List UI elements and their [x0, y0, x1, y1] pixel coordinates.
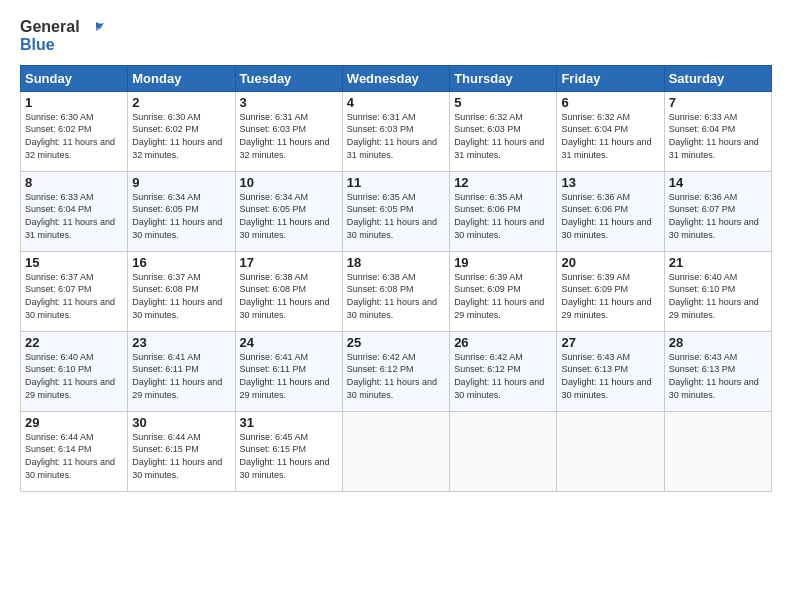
- calendar-cell: 15Sunrise: 6:37 AMSunset: 6:07 PMDayligh…: [21, 251, 128, 331]
- day-info: Sunrise: 6:44 AMSunset: 6:15 PMDaylight:…: [132, 431, 230, 481]
- calendar-page: General Blue SundayMondayTuesdayWednesda…: [0, 0, 792, 612]
- day-info: Sunrise: 6:43 AMSunset: 6:13 PMDaylight:…: [669, 351, 767, 401]
- day-info: Sunrise: 6:35 AMSunset: 6:05 PMDaylight:…: [347, 191, 445, 241]
- day-number: 26: [454, 335, 552, 350]
- calendar-cell: 26Sunrise: 6:42 AMSunset: 6:12 PMDayligh…: [450, 331, 557, 411]
- day-info: Sunrise: 6:40 AMSunset: 6:10 PMDaylight:…: [669, 271, 767, 321]
- day-number: 7: [669, 95, 767, 110]
- calendar-cell: 18Sunrise: 6:38 AMSunset: 6:08 PMDayligh…: [342, 251, 449, 331]
- calendar-cell: 31Sunrise: 6:45 AMSunset: 6:15 PMDayligh…: [235, 411, 342, 491]
- day-info: Sunrise: 6:43 AMSunset: 6:13 PMDaylight:…: [561, 351, 659, 401]
- day-info: Sunrise: 6:37 AMSunset: 6:07 PMDaylight:…: [25, 271, 123, 321]
- calendar-cell: 20Sunrise: 6:39 AMSunset: 6:09 PMDayligh…: [557, 251, 664, 331]
- day-info: Sunrise: 6:31 AMSunset: 6:03 PMDaylight:…: [240, 111, 338, 161]
- day-info: Sunrise: 6:36 AMSunset: 6:06 PMDaylight:…: [561, 191, 659, 241]
- day-number: 22: [25, 335, 123, 350]
- calendar-cell: 27Sunrise: 6:43 AMSunset: 6:13 PMDayligh…: [557, 331, 664, 411]
- day-info: Sunrise: 6:32 AMSunset: 6:04 PMDaylight:…: [561, 111, 659, 161]
- header: General Blue: [20, 18, 772, 55]
- calendar-cell: 12Sunrise: 6:35 AMSunset: 6:06 PMDayligh…: [450, 171, 557, 251]
- calendar-cell: 24Sunrise: 6:41 AMSunset: 6:11 PMDayligh…: [235, 331, 342, 411]
- day-number: 9: [132, 175, 230, 190]
- day-info: Sunrise: 6:38 AMSunset: 6:08 PMDaylight:…: [240, 271, 338, 321]
- calendar-cell: 21Sunrise: 6:40 AMSunset: 6:10 PMDayligh…: [664, 251, 771, 331]
- day-number: 18: [347, 255, 445, 270]
- day-number: 23: [132, 335, 230, 350]
- day-number: 28: [669, 335, 767, 350]
- day-info: Sunrise: 6:42 AMSunset: 6:12 PMDaylight:…: [454, 351, 552, 401]
- day-number: 14: [669, 175, 767, 190]
- day-number: 8: [25, 175, 123, 190]
- weekday-header-thursday: Thursday: [450, 65, 557, 91]
- day-number: 11: [347, 175, 445, 190]
- week-row-1: 1Sunrise: 6:30 AMSunset: 6:02 PMDaylight…: [21, 91, 772, 171]
- day-info: Sunrise: 6:39 AMSunset: 6:09 PMDaylight:…: [561, 271, 659, 321]
- day-info: Sunrise: 6:42 AMSunset: 6:12 PMDaylight:…: [347, 351, 445, 401]
- day-number: 24: [240, 335, 338, 350]
- day-info: Sunrise: 6:41 AMSunset: 6:11 PMDaylight:…: [240, 351, 338, 401]
- day-info: Sunrise: 6:36 AMSunset: 6:07 PMDaylight:…: [669, 191, 767, 241]
- day-number: 16: [132, 255, 230, 270]
- calendar-cell: 16Sunrise: 6:37 AMSunset: 6:08 PMDayligh…: [128, 251, 235, 331]
- day-number: 17: [240, 255, 338, 270]
- weekday-header-monday: Monday: [128, 65, 235, 91]
- day-number: 27: [561, 335, 659, 350]
- day-info: Sunrise: 6:45 AMSunset: 6:15 PMDaylight:…: [240, 431, 338, 481]
- logo-blue-text: Blue: [20, 36, 104, 54]
- calendar-cell: 22Sunrise: 6:40 AMSunset: 6:10 PMDayligh…: [21, 331, 128, 411]
- day-number: 25: [347, 335, 445, 350]
- weekday-header-friday: Friday: [557, 65, 664, 91]
- day-info: Sunrise: 6:33 AMSunset: 6:04 PMDaylight:…: [669, 111, 767, 161]
- weekday-header-row: SundayMondayTuesdayWednesdayThursdayFrid…: [21, 65, 772, 91]
- calendar-cell: 9Sunrise: 6:34 AMSunset: 6:05 PMDaylight…: [128, 171, 235, 251]
- calendar-cell: 11Sunrise: 6:35 AMSunset: 6:05 PMDayligh…: [342, 171, 449, 251]
- day-info: Sunrise: 6:44 AMSunset: 6:14 PMDaylight:…: [25, 431, 123, 481]
- logo-wordmark: General Blue: [20, 18, 104, 55]
- calendar-cell: 25Sunrise: 6:42 AMSunset: 6:12 PMDayligh…: [342, 331, 449, 411]
- day-info: Sunrise: 6:30 AMSunset: 6:02 PMDaylight:…: [25, 111, 123, 161]
- day-number: 6: [561, 95, 659, 110]
- calendar-cell: 7Sunrise: 6:33 AMSunset: 6:04 PMDaylight…: [664, 91, 771, 171]
- day-number: 5: [454, 95, 552, 110]
- calendar-table: SundayMondayTuesdayWednesdayThursdayFrid…: [20, 65, 772, 492]
- calendar-cell: [557, 411, 664, 491]
- day-number: 19: [454, 255, 552, 270]
- calendar-cell: 1Sunrise: 6:30 AMSunset: 6:02 PMDaylight…: [21, 91, 128, 171]
- week-row-5: 29Sunrise: 6:44 AMSunset: 6:14 PMDayligh…: [21, 411, 772, 491]
- weekday-header-tuesday: Tuesday: [235, 65, 342, 91]
- calendar-cell: [664, 411, 771, 491]
- weekday-header-saturday: Saturday: [664, 65, 771, 91]
- day-number: 3: [240, 95, 338, 110]
- week-row-2: 8Sunrise: 6:33 AMSunset: 6:04 PMDaylight…: [21, 171, 772, 251]
- day-info: Sunrise: 6:30 AMSunset: 6:02 PMDaylight:…: [132, 111, 230, 161]
- day-info: Sunrise: 6:34 AMSunset: 6:05 PMDaylight:…: [240, 191, 338, 241]
- day-info: Sunrise: 6:38 AMSunset: 6:08 PMDaylight:…: [347, 271, 445, 321]
- calendar-cell: 8Sunrise: 6:33 AMSunset: 6:04 PMDaylight…: [21, 171, 128, 251]
- calendar-cell: 23Sunrise: 6:41 AMSunset: 6:11 PMDayligh…: [128, 331, 235, 411]
- day-info: Sunrise: 6:39 AMSunset: 6:09 PMDaylight:…: [454, 271, 552, 321]
- logo-general-text: General: [20, 18, 104, 36]
- day-info: Sunrise: 6:41 AMSunset: 6:11 PMDaylight:…: [132, 351, 230, 401]
- day-info: Sunrise: 6:33 AMSunset: 6:04 PMDaylight:…: [25, 191, 123, 241]
- day-number: 29: [25, 415, 123, 430]
- calendar-cell: 30Sunrise: 6:44 AMSunset: 6:15 PMDayligh…: [128, 411, 235, 491]
- day-info: Sunrise: 6:32 AMSunset: 6:03 PMDaylight:…: [454, 111, 552, 161]
- day-number: 20: [561, 255, 659, 270]
- calendar-cell: 2Sunrise: 6:30 AMSunset: 6:02 PMDaylight…: [128, 91, 235, 171]
- calendar-cell: 10Sunrise: 6:34 AMSunset: 6:05 PMDayligh…: [235, 171, 342, 251]
- day-info: Sunrise: 6:35 AMSunset: 6:06 PMDaylight:…: [454, 191, 552, 241]
- calendar-cell: [450, 411, 557, 491]
- logo: General Blue: [20, 18, 104, 55]
- day-number: 15: [25, 255, 123, 270]
- day-info: Sunrise: 6:40 AMSunset: 6:10 PMDaylight:…: [25, 351, 123, 401]
- day-number: 12: [454, 175, 552, 190]
- day-number: 4: [347, 95, 445, 110]
- logo-wing-icon: [86, 21, 104, 35]
- day-number: 2: [132, 95, 230, 110]
- weekday-header-sunday: Sunday: [21, 65, 128, 91]
- day-number: 21: [669, 255, 767, 270]
- calendar-cell: 17Sunrise: 6:38 AMSunset: 6:08 PMDayligh…: [235, 251, 342, 331]
- calendar-cell: [342, 411, 449, 491]
- day-number: 1: [25, 95, 123, 110]
- calendar-cell: 3Sunrise: 6:31 AMSunset: 6:03 PMDaylight…: [235, 91, 342, 171]
